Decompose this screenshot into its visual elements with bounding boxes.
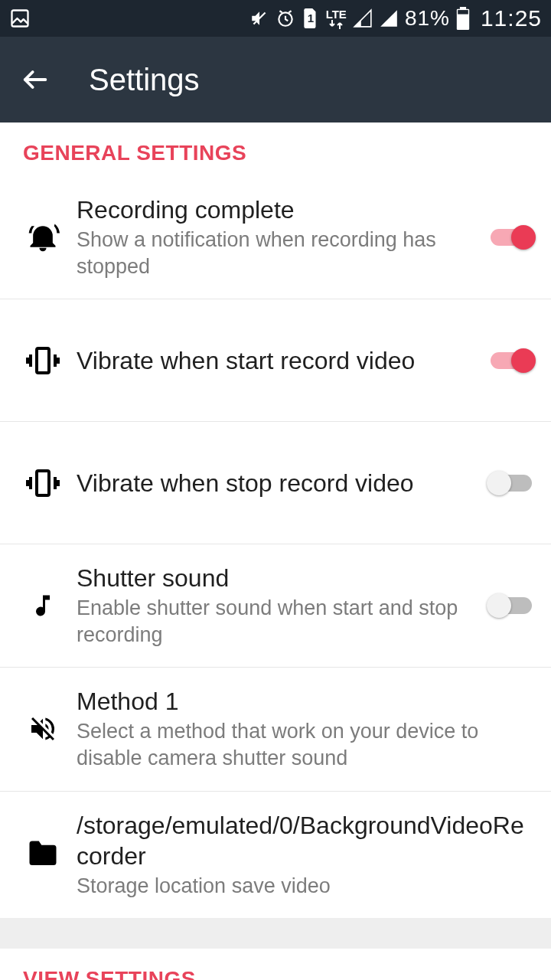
row-subtitle: Show a notification when recording has s… [77, 227, 473, 280]
signal2-icon [379, 8, 399, 28]
status-bar: 1 LTE 81% 11:25 [0, 0, 551, 37]
image-icon [9, 8, 31, 29]
battery-percent: 81% [405, 6, 450, 31]
back-button[interactable] [18, 63, 52, 96]
row-recording-complete[interactable]: Recording complete Show a notification w… [0, 176, 551, 299]
svg-rect-4 [460, 7, 466, 10]
row-title: Method 1 [77, 686, 528, 717]
section-view: VIEW SETTINGS [0, 949, 551, 980]
row-subtitle: Select a method that work on your device… [77, 718, 528, 772]
row-subtitle: Enable shutter sound when start and stop… [77, 595, 473, 648]
mute-icon [249, 8, 269, 28]
battery-icon [456, 7, 470, 30]
row-title: Recording complete [77, 194, 473, 225]
toggle-vibrate-start[interactable] [487, 347, 536, 374]
row-title: Shutter sound [77, 563, 473, 593]
svg-rect-5 [458, 10, 468, 14]
lte-indicator: LTE [326, 8, 347, 29]
row-method[interactable]: Method 1 Select a method that work on yo… [0, 668, 551, 791]
section-general: GENERAL SETTINGS [0, 122, 551, 176]
alarm-icon [276, 8, 295, 28]
page-title: Settings [89, 63, 200, 97]
toggle-recording-complete[interactable] [487, 224, 536, 251]
svg-text:1: 1 [307, 11, 313, 24]
row-subtitle: Storage location save video [77, 873, 528, 900]
signal1-icon [353, 8, 373, 28]
bell-icon [15, 220, 70, 254]
row-shutter-sound[interactable]: Shutter sound Enable shutter sound when … [0, 544, 551, 668]
row-title: Vibrate when stop record video [77, 468, 473, 498]
vibrate-icon [15, 342, 70, 379]
row-title: Vibrate when start record video [77, 345, 473, 376]
folder-icon [15, 841, 70, 868]
vibrate-icon [15, 465, 70, 501]
clock-text: 11:25 [481, 5, 542, 31]
settings-list: GENERAL SETTINGS Recording complete Show… [0, 122, 551, 918]
toggle-shutter-sound[interactable] [487, 592, 536, 619]
volume-off-icon [15, 714, 70, 744]
sim-icon: 1 [302, 8, 320, 28]
row-storage-location[interactable]: /storage/emulated/0/BackgroundVideoRecor… [0, 792, 551, 918]
svg-rect-7 [37, 471, 49, 495]
section-gap [0, 918, 551, 949]
svg-rect-6 [37, 348, 49, 373]
toggle-vibrate-stop[interactable] [487, 469, 536, 497]
music-note-icon [15, 590, 70, 621]
app-bar: Settings [0, 37, 551, 122]
status-left [9, 8, 31, 29]
settings-list-2: VIEW SETTINGS [0, 949, 551, 980]
row-vibrate-start[interactable]: Vibrate when start record video [0, 299, 551, 422]
status-right: 1 LTE 81% 11:25 [249, 5, 542, 31]
row-vibrate-stop[interactable]: Vibrate when stop record video [0, 422, 551, 544]
svg-rect-0 [12, 11, 28, 27]
row-title: /storage/emulated/0/BackgroundVideoRecor… [77, 810, 528, 871]
